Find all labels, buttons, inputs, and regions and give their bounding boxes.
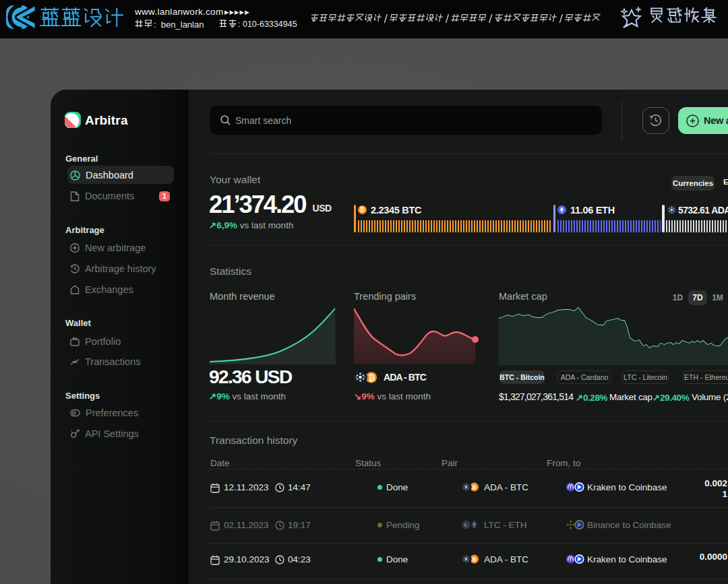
svg-text:₿: ₿ [368, 373, 375, 383]
svg-text:₿: ₿ [472, 484, 477, 490]
svg-text:Ł: Ł [464, 521, 468, 528]
svg-text:₿: ₿ [472, 556, 477, 562]
